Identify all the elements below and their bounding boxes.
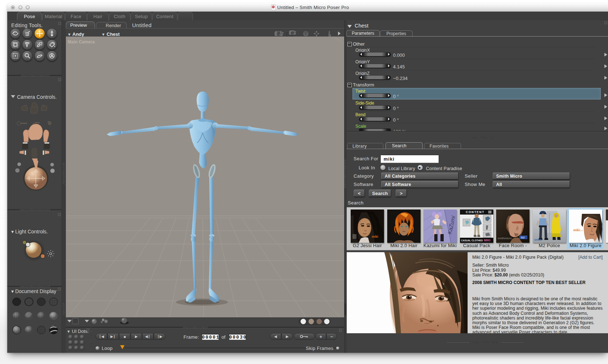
svg-text:miki: miki <box>573 228 580 232</box>
svg-text:CONTENT: CONTENT <box>466 210 485 214</box>
svg-text:CASUAL CLOTHES: CASUAL CLOTHES <box>461 239 483 242</box>
svg-text:G2: G2 <box>521 236 525 239</box>
svg-text:smith: smith <box>534 238 542 241</box>
svg-text:2.0: 2.0 <box>580 229 583 232</box>
svg-text:miki: miki <box>372 235 378 238</box>
svg-text:smithmicro: smithmicro <box>498 237 512 240</box>
svg-text:MIKI: MIKI <box>484 238 490 242</box>
svg-text:Camera Controls.: Camera Controls. <box>17 94 57 100</box>
